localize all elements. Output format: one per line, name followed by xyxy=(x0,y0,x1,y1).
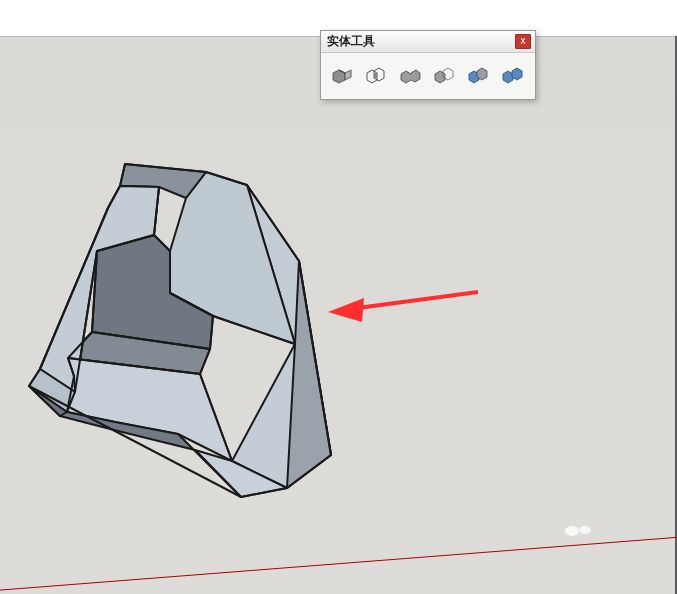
solid-tools-toolbar[interactable]: 实体工具 x xyxy=(320,30,536,100)
outer-shell-icon xyxy=(330,64,354,88)
svg-marker-28 xyxy=(512,68,522,80)
split-tool[interactable] xyxy=(497,61,527,91)
model-viewport[interactable] xyxy=(0,36,675,594)
svg-marker-21 xyxy=(374,73,377,78)
toolbar-body xyxy=(321,53,535,99)
union-icon xyxy=(398,64,422,88)
close-icon[interactable]: x xyxy=(515,34,531,49)
union-tool[interactable] xyxy=(395,61,425,91)
intersect-tool[interactable] xyxy=(361,61,391,91)
split-icon xyxy=(500,64,524,88)
toolbar-title-text: 实体工具 xyxy=(327,33,375,50)
svg-marker-27 xyxy=(503,71,513,83)
svg-marker-26 xyxy=(477,68,487,80)
intersect-icon xyxy=(364,64,388,88)
toolbar-titlebar[interactable]: 实体工具 x xyxy=(321,31,535,53)
outer-shell-tool[interactable] xyxy=(327,61,357,91)
svg-marker-22 xyxy=(401,70,420,83)
subtract-tool[interactable] xyxy=(429,61,459,91)
trim-tool[interactable] xyxy=(463,61,493,91)
trim-icon xyxy=(466,64,490,88)
subtract-icon xyxy=(432,64,456,88)
